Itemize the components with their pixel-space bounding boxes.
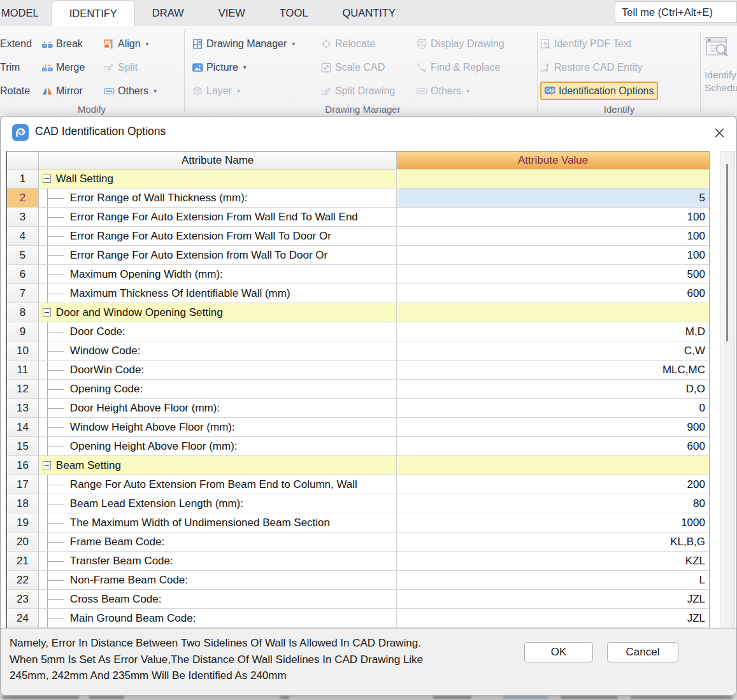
- merge-button[interactable]: Merge: [42, 59, 85, 75]
- row-number[interactable]: 20: [7, 532, 39, 552]
- ok-button[interactable]: OK: [524, 642, 593, 662]
- row-number[interactable]: 3: [7, 208, 39, 227]
- attribute-value-cell[interactable]: 500: [397, 265, 709, 284]
- table-scrollbar[interactable]: [720, 151, 735, 628]
- attribute-name-cell[interactable]: Error Range of Wall Thickness (mm):: [39, 189, 397, 208]
- rotate-button[interactable]: Rotate: [0, 83, 32, 99]
- others-button[interactable]: Others▾: [104, 83, 157, 99]
- tab-tool[interactable]: TOOL: [262, 0, 326, 25]
- attribute-name-cell[interactable]: Wall Setting: [39, 169, 397, 189]
- tab-identify[interactable]: IDENTIFY: [52, 0, 135, 25]
- attribute-value-cell[interactable]: JZL: [397, 590, 709, 609]
- attribute-name-cell[interactable]: Window Height Above Floor (mm):: [39, 418, 397, 437]
- collapse-icon[interactable]: [43, 308, 51, 317]
- dialog-title-bar[interactable]: CAD Identification Options: [1, 117, 736, 148]
- row-number[interactable]: 13: [7, 399, 39, 418]
- attribute-value-cell[interactable]: KZL: [397, 552, 709, 571]
- row-number[interactable]: 24: [7, 609, 39, 628]
- attribute-name-cell[interactable]: Opening Height Above Floor (mm):: [39, 437, 397, 456]
- attribute-value-cell[interactable]: 600: [397, 437, 709, 456]
- attribute-name-header[interactable]: Attribute Name: [39, 152, 397, 169]
- row-number[interactable]: 16: [7, 456, 39, 475]
- attribute-name-cell[interactable]: Error Range For Auto Extension from Wall…: [39, 246, 397, 265]
- collapse-icon[interactable]: [43, 175, 51, 183]
- attribute-value-cell[interactable]: 100: [397, 227, 709, 246]
- attribute-value-cell[interactable]: MLC,MC: [397, 361, 709, 380]
- tab-model[interactable]: MODEL: [0, 0, 52, 25]
- attribute-name-cell[interactable]: Main Ground Beam Code:: [39, 609, 397, 628]
- row-number[interactable]: 17: [7, 475, 39, 494]
- row-number[interactable]: 6: [7, 265, 39, 284]
- row-number[interactable]: 8: [7, 303, 39, 322]
- trim-button[interactable]: Trim: [0, 59, 32, 75]
- collapse-icon[interactable]: [43, 461, 51, 469]
- tab-quantity[interactable]: QUANTITY: [325, 0, 412, 25]
- attribute-value-cell[interactable]: JZL: [397, 609, 709, 628]
- attribute-value-cell[interactable]: 900: [397, 418, 709, 437]
- attribute-value-cell[interactable]: 1000: [397, 513, 709, 532]
- align-button[interactable]: Align▾: [104, 36, 157, 52]
- tab-view[interactable]: VIEW: [201, 0, 262, 25]
- row-number[interactable]: 21: [7, 552, 39, 571]
- row-number[interactable]: 15: [7, 437, 39, 456]
- attribute-value-cell[interactable]: M,D: [397, 322, 709, 341]
- attribute-name-cell[interactable]: Transfer Beam Code:: [39, 552, 397, 571]
- attribute-value-cell[interactable]: D,O: [397, 380, 709, 399]
- break-button[interactable]: Break: [42, 36, 85, 52]
- attribute-value-cell[interactable]: 5: [397, 189, 709, 208]
- row-number[interactable]: 10: [7, 341, 39, 361]
- row-number[interactable]: 14: [7, 418, 39, 437]
- row-number[interactable]: 11: [7, 361, 39, 380]
- row-number[interactable]: 18: [7, 494, 39, 513]
- attribute-name-cell[interactable]: Maximum Opening Width (mm):: [39, 265, 397, 284]
- row-number[interactable]: 19: [7, 513, 39, 532]
- row-number[interactable]: 7: [7, 284, 39, 303]
- attribute-name-cell[interactable]: Non-Frame Beam Code:: [39, 571, 397, 590]
- attribute-name-cell[interactable]: The Maximum Width of Undimensioned Beam …: [39, 513, 397, 532]
- row-number[interactable]: 1: [7, 169, 39, 189]
- attribute-value-cell[interactable]: KL,B,G: [397, 532, 709, 552]
- attribute-value-cell[interactable]: 100: [397, 246, 709, 265]
- attribute-value-cell[interactable]: C,W: [397, 341, 709, 361]
- attribute-name-cell[interactable]: Door and Window Opening Setting: [39, 303, 397, 322]
- cancel-button[interactable]: Cancel: [607, 642, 678, 662]
- attribute-name-cell[interactable]: Maximum Thickness Of Identifiable Wall (…: [39, 284, 397, 303]
- attribute-value-cell[interactable]: 0: [397, 399, 709, 418]
- row-number[interactable]: 12: [7, 380, 39, 399]
- attribute-name-cell[interactable]: Cross Beam Code:: [39, 590, 397, 609]
- scrollbar-thumb[interactable]: [726, 164, 728, 341]
- attribute-name-cell[interactable]: Beam Setting: [39, 456, 397, 475]
- row-number[interactable]: 2: [7, 189, 39, 208]
- extend-button[interactable]: Extend: [0, 36, 32, 52]
- attribute-value-cell[interactable]: L: [397, 571, 709, 590]
- attribute-name-cell[interactable]: Error Range For Auto Extension From Wall…: [39, 227, 397, 246]
- row-number[interactable]: 4: [7, 227, 39, 246]
- attribute-value-header[interactable]: Attribute Value: [397, 152, 709, 169]
- drawing-manager-button[interactable]: Drawing Manager▾: [192, 36, 295, 52]
- attribute-value-cell[interactable]: [397, 169, 709, 189]
- picture-button[interactable]: Picture▾: [192, 59, 295, 75]
- row-number[interactable]: 23: [7, 590, 39, 609]
- attribute-value-cell[interactable]: 200: [397, 475, 709, 494]
- mirror-button[interactable]: Mirror: [42, 83, 85, 99]
- attribute-name-cell[interactable]: Opening Code:: [39, 380, 397, 399]
- attribute-name-cell[interactable]: Window Code:: [39, 341, 397, 361]
- attribute-name-cell[interactable]: Frame Beam Code:: [39, 532, 397, 552]
- attribute-value-cell[interactable]: 100: [397, 208, 709, 227]
- tell-me-search[interactable]: Tell me (Ctrl+Alt+E): [615, 1, 737, 23]
- attribute-name-cell[interactable]: Door Height Above Floor (mm):: [39, 399, 397, 418]
- attribute-name-cell[interactable]: Beam Lead Extension Length (mm):: [39, 494, 397, 513]
- attribute-name-cell[interactable]: DoorWin Code:: [39, 361, 397, 380]
- attribute-value-cell[interactable]: [397, 456, 709, 475]
- attribute-name-cell[interactable]: Door Code:: [39, 322, 397, 341]
- close-icon[interactable]: [712, 125, 726, 139]
- attribute-value-cell[interactable]: [397, 303, 709, 322]
- row-number[interactable]: 22: [7, 571, 39, 590]
- attribute-value-cell[interactable]: 600: [397, 284, 709, 303]
- attribute-value-cell[interactable]: 80: [397, 494, 709, 513]
- tab-draw[interactable]: DRAW: [135, 0, 201, 25]
- attribute-name-cell[interactable]: Range For Auto Extension From Beam End t…: [39, 475, 397, 494]
- row-number[interactable]: 9: [7, 322, 39, 341]
- row-number[interactable]: 5: [7, 246, 39, 265]
- identification-options-button[interactable]: CADIdentification Options: [540, 82, 658, 100]
